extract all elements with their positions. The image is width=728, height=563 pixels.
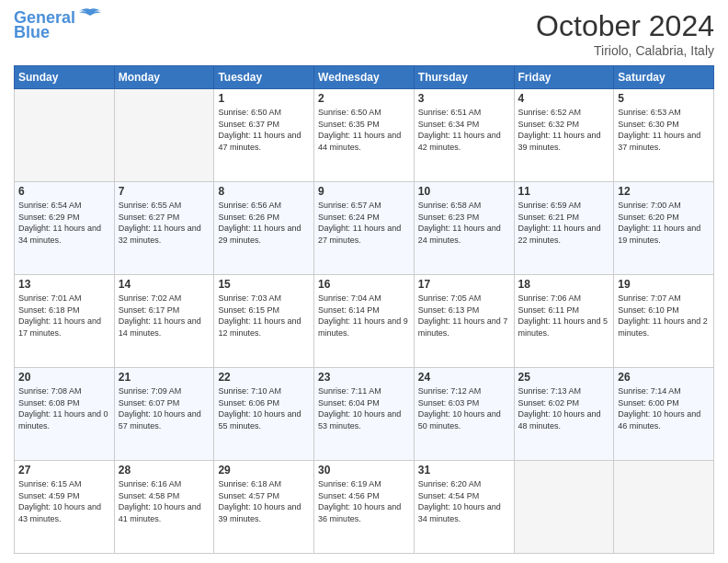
calendar-cell: 11Sunrise: 6:59 AMSunset: 6:21 PMDayligh…	[514, 182, 614, 275]
calendar-cell: 19Sunrise: 7:07 AMSunset: 6:10 PMDayligh…	[614, 275, 714, 368]
day-number: 13	[18, 278, 110, 291]
weekday-header-sunday: Sunday	[15, 66, 115, 89]
day-info: Sunrise: 6:54 AMSunset: 6:29 PMDaylight:…	[18, 200, 110, 246]
calendar-cell: 28Sunrise: 6:16 AMSunset: 4:58 PMDayligh…	[114, 461, 214, 554]
day-info: Sunrise: 6:58 AMSunset: 6:23 PMDaylight:…	[418, 200, 510, 246]
weekday-header-row: SundayMondayTuesdayWednesdayThursdayFrid…	[15, 66, 714, 89]
location: Tiriolo, Calabria, Italy	[536, 43, 714, 58]
calendar-cell: 26Sunrise: 7:14 AMSunset: 6:00 PMDayligh…	[614, 368, 714, 461]
day-info: Sunrise: 6:59 AMSunset: 6:21 PMDaylight:…	[518, 200, 610, 246]
logo: General Blue	[14, 9, 103, 41]
calendar-cell: 24Sunrise: 7:12 AMSunset: 6:03 PMDayligh…	[414, 368, 514, 461]
weekday-header-thursday: Thursday	[414, 66, 514, 89]
day-info: Sunrise: 6:55 AMSunset: 6:27 PMDaylight:…	[119, 200, 210, 246]
calendar-cell: 30Sunrise: 6:19 AMSunset: 4:56 PMDayligh…	[314, 461, 415, 554]
day-number: 9	[318, 185, 410, 198]
day-number: 12	[618, 185, 710, 198]
calendar-cell	[614, 461, 714, 554]
day-info: Sunrise: 7:04 AMSunset: 6:14 PMDaylight:…	[318, 293, 410, 339]
calendar-cell	[514, 461, 614, 554]
weekday-header-friday: Friday	[514, 66, 614, 89]
day-number: 11	[518, 185, 610, 198]
day-number: 25	[518, 371, 610, 384]
weekday-header-wednesday: Wednesday	[314, 66, 415, 89]
day-info: Sunrise: 7:12 AMSunset: 6:03 PMDaylight:…	[418, 385, 510, 431]
calendar-cell: 2Sunrise: 6:50 AMSunset: 6:35 PMDaylight…	[314, 89, 415, 182]
week-row-1: 1Sunrise: 6:50 AMSunset: 6:37 PMDaylight…	[15, 89, 714, 182]
calendar-cell: 10Sunrise: 6:58 AMSunset: 6:23 PMDayligh…	[414, 182, 514, 275]
title-block: October 2024 Tiriolo, Calabria, Italy	[536, 9, 714, 58]
calendar-cell: 8Sunrise: 6:56 AMSunset: 6:26 PMDaylight…	[214, 182, 314, 275]
calendar-cell: 13Sunrise: 7:01 AMSunset: 6:18 PMDayligh…	[15, 275, 115, 368]
day-number: 28	[119, 464, 210, 477]
day-info: Sunrise: 7:08 AMSunset: 6:08 PMDaylight:…	[18, 385, 110, 431]
day-info: Sunrise: 7:01 AMSunset: 6:18 PMDaylight:…	[18, 293, 110, 339]
day-info: Sunrise: 7:00 AMSunset: 6:20 PMDaylight:…	[618, 200, 710, 246]
calendar-cell: 7Sunrise: 6:55 AMSunset: 6:27 PMDaylight…	[114, 182, 214, 275]
day-number: 8	[218, 185, 310, 198]
day-info: Sunrise: 6:16 AMSunset: 4:58 PMDaylight:…	[119, 478, 210, 524]
calendar-cell: 4Sunrise: 6:52 AMSunset: 6:32 PMDaylight…	[514, 89, 614, 182]
calendar-cell: 18Sunrise: 7:06 AMSunset: 6:11 PMDayligh…	[514, 275, 614, 368]
calendar-cell: 9Sunrise: 6:57 AMSunset: 6:24 PMDaylight…	[314, 182, 415, 275]
day-info: Sunrise: 6:50 AMSunset: 6:35 PMDaylight:…	[318, 107, 410, 153]
calendar-cell: 29Sunrise: 6:18 AMSunset: 4:57 PMDayligh…	[214, 461, 314, 554]
day-number: 7	[119, 185, 210, 198]
day-number: 24	[418, 371, 510, 384]
calendar-cell: 17Sunrise: 7:05 AMSunset: 6:13 PMDayligh…	[414, 275, 514, 368]
day-info: Sunrise: 6:19 AMSunset: 4:56 PMDaylight:…	[318, 478, 410, 524]
logo-blue-text: Blue	[14, 23, 50, 41]
day-info: Sunrise: 7:10 AMSunset: 6:06 PMDaylight:…	[218, 385, 310, 431]
day-number: 4	[518, 92, 610, 105]
day-number: 1	[218, 92, 310, 105]
day-number: 27	[18, 464, 110, 477]
day-info: Sunrise: 6:50 AMSunset: 6:37 PMDaylight:…	[218, 107, 310, 153]
calendar-cell: 21Sunrise: 7:09 AMSunset: 6:07 PMDayligh…	[114, 368, 214, 461]
calendar-cell: 12Sunrise: 7:00 AMSunset: 6:20 PMDayligh…	[614, 182, 714, 275]
calendar-cell: 6Sunrise: 6:54 AMSunset: 6:29 PMDaylight…	[15, 182, 115, 275]
calendar-cell: 25Sunrise: 7:13 AMSunset: 6:02 PMDayligh…	[514, 368, 614, 461]
calendar-cell: 16Sunrise: 7:04 AMSunset: 6:14 PMDayligh…	[314, 275, 415, 368]
calendar-cell: 3Sunrise: 6:51 AMSunset: 6:34 PMDaylight…	[414, 89, 514, 182]
day-number: 21	[119, 371, 210, 384]
calendar-cell: 27Sunrise: 6:15 AMSunset: 4:59 PMDayligh…	[15, 461, 115, 554]
day-number: 14	[119, 278, 210, 291]
day-number: 6	[18, 185, 110, 198]
day-number: 17	[418, 278, 510, 291]
day-number: 10	[418, 185, 510, 198]
day-info: Sunrise: 6:20 AMSunset: 4:54 PMDaylight:…	[418, 478, 510, 524]
month-title: October 2024	[536, 9, 714, 43]
calendar-cell: 15Sunrise: 7:03 AMSunset: 6:15 PMDayligh…	[214, 275, 314, 368]
day-info: Sunrise: 7:05 AMSunset: 6:13 PMDaylight:…	[418, 293, 510, 339]
week-row-3: 13Sunrise: 7:01 AMSunset: 6:18 PMDayligh…	[15, 275, 714, 368]
day-info: Sunrise: 6:15 AMSunset: 4:59 PMDaylight:…	[18, 478, 110, 524]
day-info: Sunrise: 7:03 AMSunset: 6:15 PMDaylight:…	[218, 293, 310, 339]
day-info: Sunrise: 6:56 AMSunset: 6:26 PMDaylight:…	[218, 200, 310, 246]
week-row-5: 27Sunrise: 6:15 AMSunset: 4:59 PMDayligh…	[15, 461, 714, 554]
calendar: SundayMondayTuesdayWednesdayThursdayFrid…	[14, 65, 714, 554]
day-number: 20	[18, 371, 110, 384]
day-info: Sunrise: 6:51 AMSunset: 6:34 PMDaylight:…	[418, 107, 510, 153]
day-info: Sunrise: 7:07 AMSunset: 6:10 PMDaylight:…	[618, 293, 710, 339]
day-info: Sunrise: 6:53 AMSunset: 6:30 PMDaylight:…	[618, 107, 710, 153]
calendar-cell: 14Sunrise: 7:02 AMSunset: 6:17 PMDayligh…	[114, 275, 214, 368]
header: General Blue October 2024 Tiriolo, Calab…	[14, 9, 714, 58]
week-row-2: 6Sunrise: 6:54 AMSunset: 6:29 PMDaylight…	[15, 182, 714, 275]
logo-bird-icon	[77, 7, 103, 24]
day-info: Sunrise: 7:09 AMSunset: 6:07 PMDaylight:…	[119, 385, 210, 431]
calendar-cell	[15, 89, 115, 182]
weekday-header-tuesday: Tuesday	[214, 66, 314, 89]
day-info: Sunrise: 7:02 AMSunset: 6:17 PMDaylight:…	[119, 293, 210, 339]
day-number: 19	[618, 278, 710, 291]
weekday-header-monday: Monday	[114, 66, 214, 89]
day-number: 2	[318, 92, 410, 105]
day-info: Sunrise: 7:06 AMSunset: 6:11 PMDaylight:…	[518, 293, 610, 339]
calendar-cell: 22Sunrise: 7:10 AMSunset: 6:06 PMDayligh…	[214, 368, 314, 461]
day-info: Sunrise: 6:52 AMSunset: 6:32 PMDaylight:…	[518, 107, 610, 153]
day-number: 22	[218, 371, 310, 384]
day-info: Sunrise: 7:11 AMSunset: 6:04 PMDaylight:…	[318, 385, 410, 431]
weekday-header-saturday: Saturday	[614, 66, 714, 89]
day-info: Sunrise: 7:14 AMSunset: 6:00 PMDaylight:…	[618, 385, 710, 431]
day-number: 18	[518, 278, 610, 291]
calendar-cell: 23Sunrise: 7:11 AMSunset: 6:04 PMDayligh…	[314, 368, 415, 461]
